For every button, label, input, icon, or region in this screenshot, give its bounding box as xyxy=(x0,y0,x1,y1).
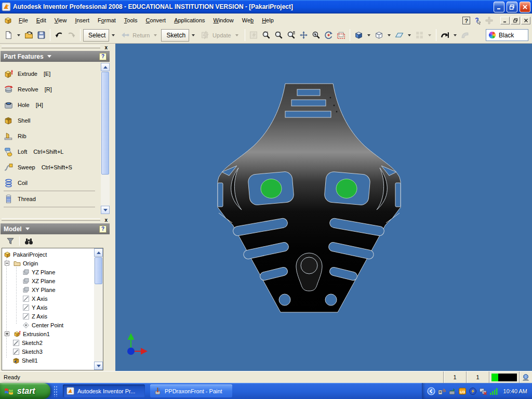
u3-tray-icon[interactable]: U3 xyxy=(458,387,467,395)
model-header[interactable]: Model ? xyxy=(1,223,110,234)
menu-window[interactable]: Window xyxy=(209,15,238,25)
scroll-thumb[interactable] xyxy=(101,72,109,175)
model-help-icon[interactable]: ? xyxy=(99,225,107,233)
model-tree-scrollbar[interactable] xyxy=(94,248,103,370)
sketch-dropdown[interactable] xyxy=(190,29,197,42)
wireless-device-tray-icon[interactable] xyxy=(437,387,446,395)
hide-tray-icons-button[interactable] xyxy=(427,387,435,395)
status-web-button[interactable] xyxy=(519,371,532,383)
shaded-display-dropdown[interactable] xyxy=(365,29,373,42)
rotate-button[interactable] xyxy=(323,29,335,42)
scroll-down-button[interactable] xyxy=(94,362,103,370)
open-button[interactable] xyxy=(23,29,35,42)
tree-item-center-point[interactable]: Center Point xyxy=(4,321,94,329)
menu-file[interactable]: File xyxy=(15,15,32,25)
signal-strength-tray-icon[interactable] xyxy=(489,387,498,395)
feature-shell[interactable]: Shell xyxy=(4,113,96,128)
model-grip[interactable]: x xyxy=(1,217,110,223)
undo-button[interactable] xyxy=(53,29,65,42)
menu-view[interactable]: View xyxy=(50,15,71,25)
new-file-dropdown[interactable] xyxy=(15,29,22,42)
taskbar-task-paint[interactable]: PPDraxonFront - Paint xyxy=(150,384,232,397)
tree-item-x-axis[interactable]: X Axis xyxy=(4,294,94,303)
save-button[interactable] xyxy=(35,29,47,42)
tree-item-extrusion1[interactable]: Extrusion1 xyxy=(4,329,94,338)
part-features-help-icon[interactable]: ? xyxy=(99,53,107,60)
work-plane-button[interactable] xyxy=(393,29,405,42)
feature-rib[interactable]: Rib xyxy=(4,128,96,144)
menu-edit[interactable]: Edit xyxy=(32,15,50,25)
graphics-viewport[interactable] xyxy=(115,44,532,371)
model-close-icon[interactable]: x xyxy=(104,217,108,223)
whats-this-help-icon[interactable]: ? xyxy=(473,16,482,25)
select-dropdown[interactable] xyxy=(110,29,117,42)
tree-item-y-axis[interactable]: Y Axis xyxy=(4,303,94,312)
hidden-edge-display-dropdown[interactable] xyxy=(385,29,393,42)
menu-help[interactable]: Help xyxy=(258,15,278,25)
restore-button[interactable] xyxy=(507,2,517,12)
end-of-part-dropdown[interactable] xyxy=(451,29,459,42)
tree-item-z-axis[interactable]: Z Axis xyxy=(4,312,94,321)
scroll-thumb[interactable] xyxy=(95,257,102,284)
end-of-part-button[interactable] xyxy=(439,29,451,42)
part-features-close-icon[interactable]: x xyxy=(104,44,108,51)
3d-model-view[interactable] xyxy=(115,44,532,371)
help-topics-icon[interactable]: ? xyxy=(462,16,471,25)
feature-sweep[interactable]: Sweep Ctrl+Shift+S xyxy=(4,159,96,175)
feature-extrude[interactable]: Extrude [E] xyxy=(4,66,96,82)
taskbar-task-inventor[interactable]: Autodesk Inventor Pr... xyxy=(63,384,145,397)
head-slot xyxy=(291,100,326,106)
pan-button[interactable] xyxy=(298,29,310,42)
document-restore-button[interactable] xyxy=(511,17,520,24)
find-button[interactable] xyxy=(23,236,34,246)
tree-item-shell1[interactable]: Shell1 xyxy=(4,356,94,365)
tree-item-sketch2[interactable]: Sketch2 xyxy=(4,338,94,347)
menu-tools[interactable]: Tools xyxy=(120,15,142,25)
scroll-down-button[interactable] xyxy=(101,206,110,214)
tree-item-sketch3[interactable]: Sketch3 xyxy=(4,347,94,356)
sketch-button[interactable]: Sketch xyxy=(161,29,189,42)
start-button[interactable]: start xyxy=(0,383,50,399)
expand-expander-icon[interactable] xyxy=(5,331,9,336)
collapse-expander-icon[interactable] xyxy=(5,261,9,265)
select-tool-button[interactable]: Select xyxy=(83,29,109,42)
tree-item-project[interactable]: PakariProject xyxy=(4,250,94,259)
safely-remove-tray-icon[interactable] xyxy=(448,387,456,395)
network-disconnected-tray-icon[interactable] xyxy=(479,387,487,395)
feature-revolve[interactable]: Revolve [R] xyxy=(4,82,96,97)
document-minimize-button[interactable] xyxy=(500,17,510,24)
part-features-header[interactable]: Part Features ? xyxy=(1,51,110,62)
filter-button[interactable] xyxy=(5,236,16,246)
zoom-button[interactable] xyxy=(285,29,297,42)
tree-item-xy-plane[interactable]: XY Plane xyxy=(4,285,94,294)
part-features-grip[interactable]: x xyxy=(1,44,110,51)
document-close-button[interactable] xyxy=(521,17,530,24)
tree-item-xz-plane[interactable]: XZ Plane xyxy=(4,276,94,285)
feature-hole[interactable]: Hole [H] xyxy=(4,97,96,113)
look-at-button[interactable] xyxy=(335,29,347,42)
minimize-button[interactable] xyxy=(494,2,504,12)
new-file-button[interactable] xyxy=(3,29,15,42)
zoom-selected-button[interactable] xyxy=(310,29,322,42)
menu-convert[interactable]: Convert xyxy=(142,15,170,25)
scroll-up-button[interactable] xyxy=(101,63,110,71)
close-button[interactable] xyxy=(520,2,530,12)
menu-applications[interactable]: Applications xyxy=(170,15,209,25)
menu-insert[interactable]: Insert xyxy=(71,15,94,25)
hidden-edge-display-button[interactable] xyxy=(373,29,385,42)
menu-format[interactable]: Format xyxy=(94,15,120,25)
power-meter-tray-icon[interactable] xyxy=(469,387,477,395)
scroll-up-button[interactable] xyxy=(94,248,103,257)
tree-item-yz-plane[interactable]: YZ Plane xyxy=(4,268,94,276)
zoom-all-button[interactable] xyxy=(260,29,272,42)
color-style-select[interactable]: Black xyxy=(486,29,528,41)
part-features-scrollbar[interactable] xyxy=(101,63,110,214)
work-plane-dropdown[interactable] xyxy=(406,29,413,42)
feature-thread[interactable]: Thread xyxy=(4,191,96,207)
zoom-window-button[interactable] xyxy=(273,29,285,42)
feature-loft[interactable]: Loft Ctrl+Shift+L xyxy=(4,144,96,159)
menu-web[interactable]: Web xyxy=(238,15,258,25)
feature-coil[interactable]: Coil xyxy=(4,175,96,191)
shaded-display-button[interactable] xyxy=(353,29,365,42)
tree-item-origin[interactable]: Origin xyxy=(4,259,94,268)
